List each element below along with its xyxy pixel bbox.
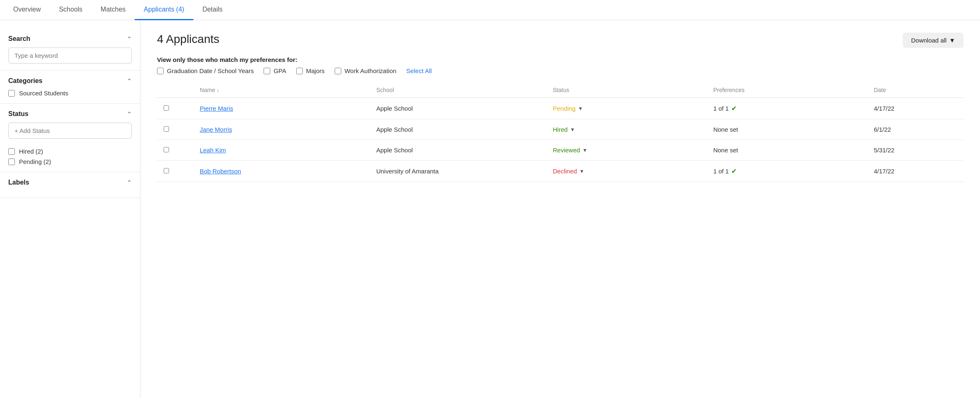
filter-option-grad-date: Graduation Date / School Years [157,67,254,74]
status-item: Hired (2) [8,148,132,155]
applicant-date: 6/1/22 [867,119,963,140]
col-header-preferences: Preferences [706,83,867,98]
dropdown-arrow-icon: ▼ [949,37,955,44]
applicant-name-link[interactable]: Pierre Maris [200,105,233,112]
search-section-title: Search [8,35,30,43]
preferences-text: None set [713,126,738,133]
nav-tab-details[interactable]: Details [193,0,232,20]
category-checkbox[interactable] [8,90,15,97]
search-section: Search ⌃ [0,28,140,71]
row-checkbox[interactable] [164,147,169,152]
preferences-check-icon: ✔ [731,167,737,175]
filter-checkbox-grad-date[interactable] [157,68,164,74]
category-item: Sourced Students [8,90,132,97]
status-badge: Declined [553,168,577,175]
status-checkbox[interactable] [8,159,15,165]
status-badge: Pending [553,105,576,112]
status-badge: Hired [553,126,568,133]
status-dropdown-icon[interactable]: ▼ [579,168,584,174]
applicant-status-cell: Hired▼ [546,119,706,140]
filter-label: View only those who match my preferences… [157,56,963,63]
filter-option-gpa: GPA [264,67,286,74]
filter-checkbox-work-auth[interactable] [335,68,341,74]
nav-tab-schools[interactable]: Schools [50,0,92,20]
status-section-title: Status [8,110,29,118]
main-content: 4 Applicants Download all ▼ View only th… [140,20,980,398]
applicant-name-link[interactable]: Leah Kim [200,147,226,154]
categories-chevron-icon: ⌃ [127,78,132,84]
status-section: Status ⌃ Hired (2)Pending (2) [0,104,140,172]
filter-option-label: GPA [274,67,286,74]
filter-option-label: Work Authorization [345,67,397,74]
status-checkbox[interactable] [8,148,15,155]
search-chevron-icon: ⌃ [127,36,132,42]
sort-icon: ↕ [217,88,219,93]
applicant-preferences: 1 of 1✔ [706,161,867,182]
add-status-input[interactable] [8,123,132,139]
col-header-name[interactable]: Name↕ [193,83,369,98]
category-label: Sourced Students [19,90,68,97]
applicant-school: Apple School [370,98,546,119]
nav-tab-matches[interactable]: Matches [92,0,135,20]
col-header-date: Date [867,83,963,98]
applicant-preferences: 1 of 1✔ [706,98,867,119]
applicants-table: Name↕SchoolStatusPreferencesDate Pierre … [157,83,963,182]
applicant-preferences: None set [706,119,867,140]
preferences-text: 1 of 1 [713,105,729,112]
filter-option-work-auth: Work Authorization [335,67,397,74]
applicant-status-cell: Pending▼ [546,98,706,119]
row-checkbox[interactable] [164,105,169,111]
filter-checkbox-gpa[interactable] [264,68,270,74]
applicant-school: Apple School [370,119,546,140]
table-row: Leah KimApple SchoolReviewed▼None set5/3… [157,140,963,161]
search-input[interactable] [8,47,132,64]
status-chevron-icon: ⌃ [127,111,132,117]
col-header-status: Status [546,83,706,98]
filter-checkbox-majors[interactable] [296,68,303,74]
applicant-status-cell: Declined▼ [546,161,706,182]
applicant-school: Apple School [370,140,546,161]
select-all-button[interactable]: Select All [406,67,432,74]
table-row: Pierre MarisApple SchoolPending▼1 of 1✔4… [157,98,963,119]
nav-tab-applicants[interactable]: Applicants (4) [135,0,193,20]
filter-row: View only those who match my preferences… [157,56,963,74]
applicant-name-link[interactable]: Jane Morris [200,126,232,133]
row-checkbox[interactable] [164,168,169,173]
categories-section-title: Categories [8,77,43,85]
table-row: Bob RobertsonUniversity of AmarantaDecli… [157,161,963,182]
status-badge: Reviewed [553,147,580,154]
filter-option-label: Majors [306,67,325,74]
labels-section: Labels ⌃ [0,172,140,198]
labels-section-title: Labels [8,179,29,186]
filter-option-label: Graduation Date / School Years [167,67,254,74]
status-label: Hired (2) [19,148,43,155]
applicant-preferences: None set [706,140,867,161]
sidebar: Search ⌃ Categories ⌃ Sourced Students S… [0,20,140,398]
table-row: Jane MorrisApple SchoolHired▼None set6/1… [157,119,963,140]
preferences-check-icon: ✔ [731,104,737,112]
applicant-date: 5/31/22 [867,140,963,161]
categories-section: Categories ⌃ Sourced Students [0,71,140,104]
status-dropdown-icon[interactable]: ▼ [583,147,588,153]
status-dropdown-icon[interactable]: ▼ [578,106,583,111]
row-checkbox[interactable] [164,126,169,132]
preferences-text: 1 of 1 [713,168,729,175]
status-label: Pending (2) [19,158,51,165]
col-header-checkbox [157,83,193,98]
labels-chevron-icon: ⌃ [127,179,132,186]
applicant-date: 4/17/22 [867,161,963,182]
main-title: 4 Applicants [157,33,219,46]
applicant-school: University of Amaranta [370,161,546,182]
col-header-school: School [370,83,546,98]
download-all-button[interactable]: Download all ▼ [903,33,963,48]
applicant-status-cell: Reviewed▼ [546,140,706,161]
applicant-date: 4/17/22 [867,98,963,119]
nav-tabs: OverviewSchoolsMatchesApplicants (4)Deta… [0,0,980,20]
nav-tab-overview[interactable]: Overview [4,0,50,20]
status-dropdown-icon[interactable]: ▼ [570,127,575,133]
applicant-name-link[interactable]: Bob Robertson [200,168,241,175]
status-item: Pending (2) [8,158,132,165]
filter-option-majors: Majors [296,67,325,74]
preferences-text: None set [713,147,738,154]
